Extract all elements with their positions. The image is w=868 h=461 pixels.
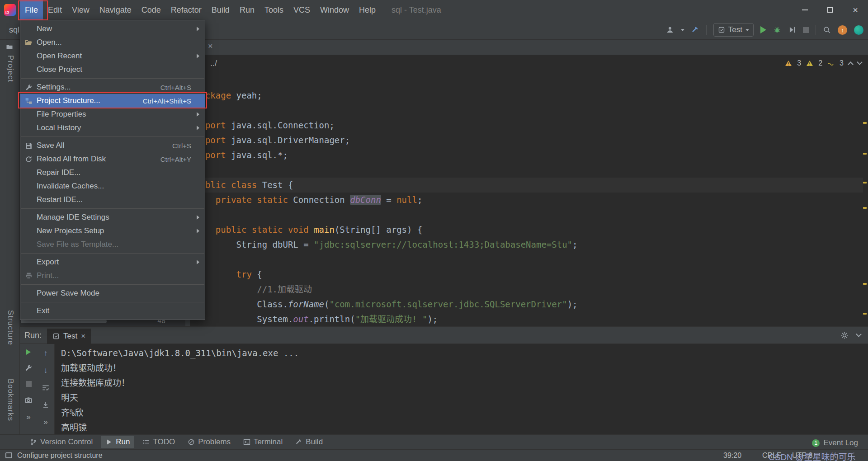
warning-count[interactable]: 3	[797, 59, 801, 67]
toolwindow-button-run[interactable]: Run	[101, 436, 134, 448]
menubar-item-refactor[interactable]: Refactor	[166, 0, 207, 20]
refresh-icon	[25, 155, 37, 163]
menubar-item-code[interactable]: Code	[137, 0, 166, 20]
toolwindow-button-terminal[interactable]: Terminal	[239, 436, 287, 448]
toolwindow-button-version-control[interactable]: Version Control	[25, 436, 97, 448]
menu-item-file-properties[interactable]: File Properties	[20, 108, 205, 121]
menu-separator	[21, 302, 204, 302]
menu-item-save-file-as-template[interactable]: Save File as Template...	[20, 238, 205, 251]
watermark: CSDN @星星味的可乐	[769, 450, 855, 461]
soft-wrap-icon[interactable]	[42, 384, 50, 392]
menu-item-local-history[interactable]: Local History	[20, 121, 205, 135]
console-output[interactable]: D:\Software\Java\jdk1.8.0_311\bin\java.e…	[61, 329, 868, 434]
debug-bug-icon[interactable]	[773, 26, 781, 34]
scroll-to-end-icon[interactable]	[42, 401, 50, 409]
menu-separator	[21, 284, 204, 285]
menubar-item-help[interactable]: Help	[354, 0, 381, 20]
menubar-item-vcs[interactable]: VCS	[288, 0, 315, 20]
menu-item-invalidate-caches[interactable]: Invalidate Caches...	[20, 179, 205, 193]
rerun-button[interactable]	[26, 349, 31, 355]
menu-item-exit[interactable]: Exit	[20, 304, 205, 318]
menu-item-print[interactable]: Print...	[20, 269, 205, 282]
menubar-item-build[interactable]: Build	[207, 0, 235, 20]
breadcrumb[interactable]: ../	[210, 55, 217, 71]
up-stacktrace-icon[interactable]: ↑	[44, 349, 48, 358]
code-line: public class Test {	[195, 178, 863, 193]
toolwindow-button-todo[interactable]: TODO	[138, 436, 179, 448]
menu-item-power-save-mode[interactable]: Power Save Mode	[20, 287, 205, 300]
menu-item-repair-ide[interactable]: Repair IDE...	[20, 166, 205, 179]
run-configuration-selector[interactable]: Test	[713, 23, 754, 37]
stripe-mark[interactable]	[863, 182, 867, 183]
maximize-button[interactable]	[817, 0, 843, 20]
menubar-item-run[interactable]: Run	[235, 0, 259, 20]
stripe-mark[interactable]	[863, 313, 867, 315]
code-line: import java.sql.*;	[195, 148, 863, 163]
user-icon[interactable]	[666, 26, 674, 34]
menu-item-save-all[interactable]: Save AllCtrl+S	[20, 139, 205, 152]
menu-item-open[interactable]: Open...	[20, 36, 205, 49]
stripe-mark[interactable]	[863, 283, 867, 285]
typo-count[interactable]: 3	[840, 59, 844, 67]
no-icon	[25, 110, 37, 118]
no-icon	[25, 52, 37, 60]
menu-item-label: New	[37, 24, 52, 33]
user-dropdown-caret-icon[interactable]	[681, 29, 684, 31]
code-with-me-icon[interactable]	[854, 25, 863, 35]
menu-item-close-project[interactable]: Close Project	[20, 63, 205, 76]
event-log-button[interactable]: 1 Event Log	[812, 438, 858, 447]
toolwindow-button-project[interactable]: Project	[6, 55, 15, 82]
menu-item-reload-all-from-disk[interactable]: Reload All from DiskCtrl+Alt+Y	[20, 152, 205, 166]
menu-item-restart-ide[interactable]: Restart IDE...	[20, 193, 205, 207]
toolwindow-button-problems[interactable]: Problems	[183, 436, 235, 448]
run-button[interactable]	[760, 26, 766, 33]
stripe-mark[interactable]	[863, 122, 867, 124]
menu-item-export[interactable]: Export	[20, 255, 205, 269]
no-icon	[25, 240, 37, 249]
stripe-mark[interactable]	[863, 153, 867, 155]
toolwindow-button-build[interactable]: Build	[291, 436, 327, 448]
stripe-mark[interactable]	[863, 207, 867, 209]
editor-tab-bar: ×	[190, 40, 868, 55]
search-icon[interactable]	[823, 26, 831, 34]
wrench-icon[interactable]	[24, 364, 33, 372]
update-available-icon[interactable]: ↑	[838, 25, 847, 35]
menu-item-new[interactable]: New	[20, 22, 205, 36]
menubar-item-view[interactable]: View	[67, 0, 94, 20]
run-coverage-icon[interactable]	[788, 26, 796, 34]
weak-warning-count[interactable]: 2	[818, 59, 822, 67]
code-editor[interactable]: package yeah;import java.sql.Connection;…	[195, 88, 863, 327]
run-config-caret-icon	[745, 29, 749, 31]
menu-item-new-projects-setup[interactable]: New Projects Setup	[20, 224, 205, 238]
close-button[interactable]: ×	[843, 0, 868, 20]
menubar-item-navigate[interactable]: Navigate	[94, 0, 137, 20]
dump-threads-camera-icon[interactable]	[24, 396, 33, 404]
project-folder-icon[interactable]	[6, 43, 13, 51]
code-line: public static void main(String[] args) {	[195, 222, 863, 237]
menu-item-label: Restart IDE...	[37, 195, 83, 204]
editor-area[interactable]: × ../ 3 2 3 package yeah;import java.sql…	[190, 40, 868, 326]
overflow-actions-icon[interactable]: »	[26, 413, 30, 421]
code-line: import java.sql.Connection;	[195, 118, 863, 133]
overflow-actions-icon[interactable]: »	[43, 418, 47, 426]
nav-breadcrumb-project[interactable]: sql	[9, 20, 19, 40]
menubar-item-tools[interactable]: Tools	[259, 0, 288, 20]
wrench-icon	[25, 83, 37, 91]
menubar-item-window[interactable]: Window	[315, 0, 354, 20]
toolwindow-button-bookmarks[interactable]: Bookmarks	[6, 379, 15, 421]
stop-button[interactable]	[803, 27, 809, 33]
previous-problem-chevron-icon[interactable]	[848, 61, 854, 67]
submenu-arrow-icon	[197, 112, 199, 117]
caret-position[interactable]: 39:20	[723, 450, 741, 461]
tab-close-icon[interactable]: ×	[208, 42, 213, 51]
down-stacktrace-icon[interactable]: ↓	[44, 367, 48, 375]
minimize-button[interactable]	[792, 0, 817, 20]
stop-button[interactable]	[26, 381, 32, 387]
next-problem-chevron-icon[interactable]	[857, 59, 863, 65]
toolwindow-button-label: Terminal	[254, 437, 283, 447]
menu-item-open-recent[interactable]: Open Recent	[20, 49, 205, 63]
code-line	[195, 252, 863, 267]
build-hammer-icon[interactable]	[691, 26, 699, 34]
menu-item-manage-ide-settings[interactable]: Manage IDE Settings	[20, 211, 205, 224]
toolwindow-button-structure[interactable]: Structure	[6, 310, 15, 345]
